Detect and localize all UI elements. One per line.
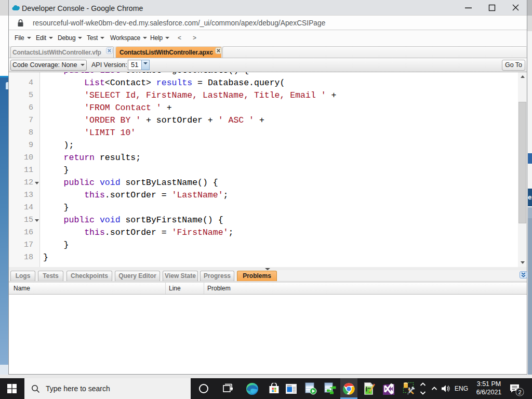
svg-text:2: 2	[518, 389, 521, 395]
